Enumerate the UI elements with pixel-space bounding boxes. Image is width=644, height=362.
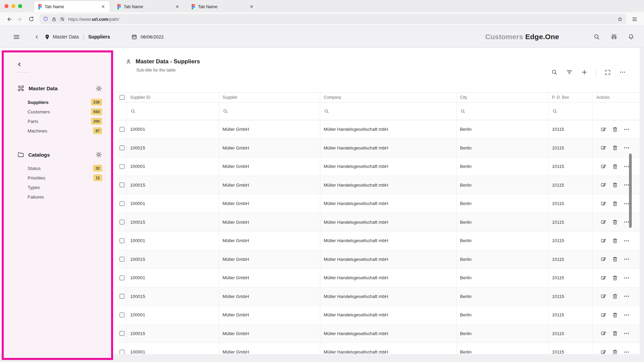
table-row[interactable]: 100015 Müller GmbH Müller Handelsgesells… xyxy=(117,213,640,232)
edit-icon[interactable] xyxy=(600,330,607,336)
tab-close-icon[interactable]: ✕ xyxy=(249,4,254,9)
fullscreen-icon[interactable] xyxy=(604,69,611,76)
delete-icon[interactable] xyxy=(612,275,618,281)
zoom-window-button[interactable] xyxy=(18,4,22,8)
filter-city[interactable] xyxy=(457,103,549,120)
delete-icon[interactable] xyxy=(612,349,618,354)
sidebar-item-failures[interactable]: Failures xyxy=(28,192,102,202)
global-search-icon[interactable] xyxy=(593,33,600,41)
row-checkbox[interactable] xyxy=(120,276,124,280)
sidebar-item-status[interactable]: Status 32 xyxy=(28,163,102,173)
column-header-supplier-id[interactable]: Supplier ID xyxy=(127,93,219,102)
edit-icon[interactable] xyxy=(600,275,607,281)
sidebar-item-machines[interactable]: Machines 87 xyxy=(28,126,102,136)
breadcrumb-back-icon[interactable] xyxy=(34,34,40,40)
table-search-icon[interactable] xyxy=(551,69,558,76)
table-row[interactable]: 100001 Müller GmbH Müller Handelsgesells… xyxy=(117,120,640,139)
url-bar[interactable]: https://www.url.com/path/ xyxy=(40,14,626,24)
table-scrollbar[interactable] xyxy=(629,154,632,228)
column-header-city[interactable]: City xyxy=(457,93,549,102)
delete-icon[interactable] xyxy=(612,145,618,151)
table-row[interactable]: 100001 Müller GmbH Müller Handelsgesells… xyxy=(117,343,640,354)
edit-icon[interactable] xyxy=(600,256,607,262)
date-picker[interactable]: 06/06/2022 xyxy=(131,34,164,40)
tab-close-icon[interactable]: ✕ xyxy=(175,4,180,9)
column-header-po-box[interactable]: P. O. Box xyxy=(549,93,593,102)
table-row[interactable]: 100015 Müller GmbH Müller Handelsgesells… xyxy=(117,176,640,195)
edit-icon[interactable] xyxy=(600,293,607,299)
edit-icon[interactable] xyxy=(600,349,607,354)
row-more-icon[interactable] xyxy=(624,312,630,318)
gear-icon[interactable] xyxy=(95,151,102,158)
edit-icon[interactable] xyxy=(600,312,607,318)
row-checkbox[interactable] xyxy=(120,257,124,262)
browser-menu-icon[interactable] xyxy=(630,14,639,24)
row-checkbox[interactable] xyxy=(120,350,124,354)
filter-icon[interactable] xyxy=(566,69,573,76)
window-controls[interactable] xyxy=(4,4,22,8)
delete-icon[interactable] xyxy=(612,182,618,188)
delete-icon[interactable] xyxy=(612,126,618,132)
filter-po-box[interactable] xyxy=(549,103,593,120)
sidebar-item-types[interactable]: Types xyxy=(28,183,102,192)
table-row[interactable]: 100015 Müller GmbH Müller Handelsgesells… xyxy=(117,287,640,306)
lock-icon[interactable] xyxy=(51,17,57,22)
column-header-supplier[interactable]: Supplier xyxy=(219,93,320,102)
edit-icon[interactable] xyxy=(600,182,607,188)
row-checkbox[interactable] xyxy=(120,145,124,150)
row-more-icon[interactable] xyxy=(624,293,630,299)
tab-close-icon[interactable]: ✕ xyxy=(101,4,106,9)
table-row[interactable]: 100001 Müller GmbH Müller Handelsgesells… xyxy=(117,194,640,213)
edit-icon[interactable] xyxy=(600,201,607,207)
row-checkbox[interactable] xyxy=(120,294,124,299)
row-more-icon[interactable] xyxy=(624,238,630,244)
back-icon[interactable] xyxy=(5,14,14,24)
row-more-icon[interactable] xyxy=(624,256,630,262)
edit-icon[interactable] xyxy=(600,238,607,244)
delete-icon[interactable] xyxy=(612,163,618,170)
row-checkbox[interactable] xyxy=(120,201,124,206)
filter-supplier-id[interactable] xyxy=(127,103,219,120)
delete-icon[interactable] xyxy=(612,256,618,262)
edit-icon[interactable] xyxy=(600,219,607,225)
add-icon[interactable] xyxy=(581,69,588,76)
table-row[interactable]: 100015 Müller GmbH Müller Handelsgesells… xyxy=(117,325,640,343)
delete-icon[interactable] xyxy=(612,330,618,336)
row-checkbox[interactable] xyxy=(120,313,124,317)
delete-icon[interactable] xyxy=(612,312,618,318)
sidebar-collapse-icon[interactable] xyxy=(17,61,24,68)
sidebar-item-priorities[interactable]: Priorities 11 xyxy=(28,173,102,183)
row-checkbox[interactable] xyxy=(120,183,124,187)
shield-icon[interactable] xyxy=(43,16,48,22)
delete-icon[interactable] xyxy=(612,238,618,244)
bookmark-star-icon[interactable] xyxy=(617,16,623,22)
browser-tab-3[interactable]: Tab Name ✕ xyxy=(187,1,258,12)
row-checkbox[interactable] xyxy=(120,127,124,132)
row-more-icon[interactable] xyxy=(624,275,630,281)
row-more-icon[interactable] xyxy=(624,349,630,354)
minimize-window-button[interactable] xyxy=(11,4,15,8)
row-checkbox[interactable] xyxy=(120,164,124,169)
permissions-sliders-icon[interactable] xyxy=(60,16,65,22)
table-row[interactable]: 100001 Müller GmbH Müller Handelsgesells… xyxy=(117,306,640,325)
notifications-bell-icon[interactable] xyxy=(628,33,634,40)
row-more-icon[interactable] xyxy=(624,126,630,132)
delete-icon[interactable] xyxy=(612,219,618,225)
edit-icon[interactable] xyxy=(600,145,607,151)
table-row[interactable]: 100015 Müller GmbH Müller Handelsgesells… xyxy=(117,139,640,158)
browser-tab-1[interactable]: Tab Name ✕ xyxy=(34,1,110,12)
forward-icon[interactable] xyxy=(14,14,24,24)
more-options-icon[interactable] xyxy=(619,69,626,76)
row-checkbox[interactable] xyxy=(120,331,124,336)
delete-icon[interactable] xyxy=(612,201,618,207)
row-more-icon[interactable] xyxy=(624,145,630,151)
delete-icon[interactable] xyxy=(612,293,618,299)
sidebar-item-suppliers[interactable]: Suppliers 235 xyxy=(28,97,102,107)
column-header-company[interactable]: Company xyxy=(320,93,457,102)
table-row[interactable]: 100015 Müller GmbH Müller Handelsgesells… xyxy=(117,250,640,269)
sidebar-item-customers[interactable]: Customers 550 xyxy=(28,107,102,116)
settings-sliders-icon[interactable] xyxy=(611,33,617,40)
app-menu-icon[interactable] xyxy=(13,33,20,41)
select-all-checkbox[interactable] xyxy=(120,95,124,100)
gear-icon[interactable] xyxy=(95,85,102,92)
